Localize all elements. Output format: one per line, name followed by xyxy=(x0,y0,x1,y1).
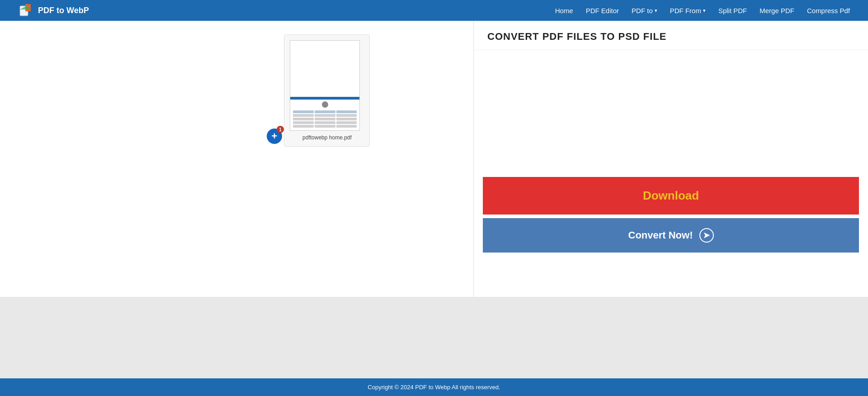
preview-icon-row xyxy=(290,101,359,108)
convert-now-label: Convert Now! xyxy=(628,229,693,241)
arrow-circle-icon: ➤ xyxy=(699,228,714,243)
table-row xyxy=(293,121,357,124)
nav-merge-pdf[interactable]: Merge PDF xyxy=(760,7,794,14)
preview-top-area xyxy=(290,41,359,97)
table-header-row xyxy=(293,110,357,113)
preview-table-area xyxy=(290,109,359,130)
file-count-badge: 1 xyxy=(277,126,284,133)
file-preview xyxy=(290,40,360,131)
table-row xyxy=(293,114,357,117)
spacer xyxy=(483,59,859,177)
table-row xyxy=(293,125,357,128)
file-name: pdftowebp home.pdf xyxy=(290,134,364,141)
chevron-down-icon: ▾ xyxy=(703,8,706,14)
convert-now-button[interactable]: Convert Now! ➤ xyxy=(483,218,859,253)
nav-home[interactable]: Home xyxy=(555,7,573,14)
footer: Copyright © 2024 PDF to Webp All rights … xyxy=(0,378,868,396)
logo-text: PDF to WebP xyxy=(38,6,89,15)
bottom-area xyxy=(0,297,868,378)
table-row xyxy=(293,118,357,120)
left-panel: + 1 xyxy=(0,21,474,297)
download-button[interactable]: Download xyxy=(483,177,859,215)
nav-compress-pdf[interactable]: Compress Pdf xyxy=(807,7,850,14)
chevron-down-icon: ▾ xyxy=(655,8,657,14)
nav-pdf-to[interactable]: PDF to ▾ xyxy=(632,7,657,14)
plus-icon: + xyxy=(272,131,278,141)
header: PDF to WebP Home PDF Editor PDF to ▾ PDF… xyxy=(0,0,868,21)
footer-text: Copyright © 2024 PDF to Webp All rights … xyxy=(368,384,500,391)
file-card: pdftowebp home.pdf xyxy=(284,34,370,147)
logo-icon xyxy=(18,2,34,19)
preview-pdf-icon xyxy=(322,101,328,108)
nav-split-pdf[interactable]: Split PDF xyxy=(718,7,747,14)
logo-area: PDF to WebP xyxy=(18,2,89,19)
convert-btn-wrapper: Convert Now! ➤ xyxy=(483,218,859,253)
right-header: CONVERT PDF FILES TO PSD FILE xyxy=(474,21,868,50)
page-title: CONVERT PDF FILES TO PSD FILE xyxy=(487,31,854,43)
right-panel: CONVERT PDF FILES TO PSD FILE Download C… xyxy=(474,21,868,297)
right-body: Download Convert Now! ➤ xyxy=(474,50,868,297)
preview-blue-bar xyxy=(290,97,359,100)
nav-pdf-editor[interactable]: PDF Editor xyxy=(586,7,619,14)
nav-pdf-from[interactable]: PDF From ▾ xyxy=(670,7,706,14)
main-content: + 1 xyxy=(0,21,868,297)
nav: Home PDF Editor PDF to ▾ PDF From ▾ Spli… xyxy=(555,7,850,14)
